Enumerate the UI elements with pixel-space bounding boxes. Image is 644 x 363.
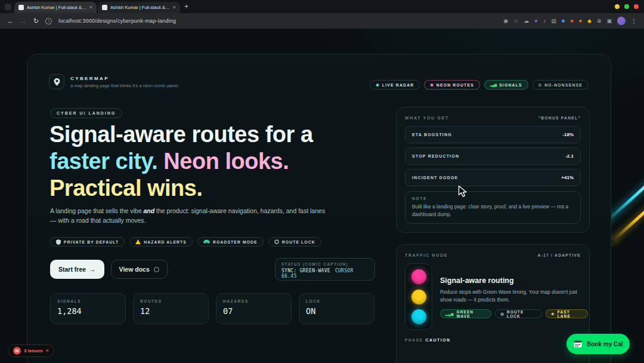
reload-icon[interactable]: ↻ (33, 18, 39, 24)
tab-close-icon[interactable]: × (89, 5, 92, 10)
route-dot-icon: ◉ (430, 83, 434, 87)
row-value: +41% (561, 175, 574, 180)
cta-row: Start free → View docs (50, 260, 168, 279)
row-eta-boosting[interactable]: ETA BOOSTING -18% (405, 126, 581, 143)
traffic-light-housing (405, 263, 432, 330)
pill-label: FAST LANE (558, 310, 583, 318)
panel-header: WHAT YOU GET “BONUS PANEL” (405, 116, 581, 120)
star-icon: ★ (551, 312, 555, 316)
phase-label: PHASE (405, 338, 423, 342)
dev-issues-badge[interactable]: N 3 Issues × (8, 344, 54, 357)
pill-route-lock-2: ◎ ROUTE LOCK (495, 309, 541, 318)
book-cal-label: Book my Cal (587, 341, 623, 347)
stat-label: HAZARDS (223, 299, 284, 303)
feature-pills: PRIVATE BY DEFAULT HAZARD ALERTS ROADSTE… (50, 237, 321, 247)
panel-header: TRAFFIC NODE A-17 / ADAPTIVE (405, 253, 581, 257)
row-incident-dodge[interactable]: INCIDENT DODGE +41% (405, 169, 581, 186)
panel-title: TRAFFIC NODE (405, 253, 448, 257)
red-extension-icon[interactable]: ■ (570, 19, 573, 24)
stat-value: 1,284 (57, 306, 119, 316)
badge-label: NO-NONSENSE (544, 83, 583, 87)
what-you-get-panel: WHAT YOU GET “BONUS PANEL” ETA BOOSTING … (396, 107, 590, 233)
traffic-pills: ▂▄▆ GREEN WAVE ◎ ROUTE LOCK ★ FAST LANE (440, 309, 588, 318)
hero-headline: Signal-aware routes for a faster city. N… (49, 121, 401, 202)
stat-value: 12 (140, 306, 202, 316)
stat-hazards: HAZARDS 07 (216, 293, 292, 324)
radar-dot-icon: ◉ (376, 83, 379, 87)
row-label: STOP REDUCTION (412, 154, 459, 158)
hazard-icon (135, 239, 141, 244)
extensions-puzzle-icon[interactable]: ▣ (606, 19, 612, 24)
tab-favicon (102, 5, 107, 10)
address-bar: ← → ↻ i localhost:3000/designs/cyberpunk… (0, 13, 644, 29)
blue-extension-icon[interactable]: ■ (562, 19, 565, 24)
view-docs-button[interactable]: View docs (111, 260, 168, 279)
music-extension-icon[interactable]: ♪ (543, 19, 546, 24)
stat-lock: LOCK ON (299, 293, 374, 324)
pill-route-lock: ROUTE LOCK (268, 237, 321, 247)
map-pin-logo (49, 74, 64, 90)
page-viewport: CYBERMAP a map landing page that thinks … (0, 29, 644, 363)
passwords-icon[interactable]: ◉ (503, 19, 508, 24)
note-box: NOTE Built like a landing page: clear st… (405, 191, 581, 224)
cloud-extension-icon[interactable]: ☁ (524, 19, 529, 24)
lock-ring-icon: ◎ (500, 312, 504, 316)
window-controls (615, 4, 639, 9)
docs-extension-icon[interactable]: ▤ (551, 19, 556, 24)
headline-line1: Signal-aware routes for a (49, 122, 313, 147)
map-pin-icon (54, 78, 60, 86)
brand-tagline: a map landing page that thinks it's a ne… (70, 83, 178, 88)
stat-signals: SIGNALS 1,284 (50, 293, 126, 324)
new-tab-button[interactable]: + (184, 2, 188, 11)
purple-extension-icon[interactable]: ● (534, 19, 537, 24)
browser-menu-icon[interactable]: ⋮ (631, 18, 637, 24)
bookmark-star-icon[interactable]: ☆ (513, 19, 518, 24)
pill-label: HAZARD ALERTS (144, 240, 187, 244)
site-info-icon[interactable]: i (45, 18, 52, 24)
signal-bars-icon: ▂▄▆ (445, 312, 454, 316)
browser-tab-2[interactable]: Ashish Kumar | Full-stack & M × (98, 2, 180, 13)
close-window-button[interactable] (634, 4, 639, 9)
tab-close-icon[interactable]: × (173, 5, 176, 10)
traffic-light-magenta (411, 269, 426, 284)
row-stop-reduction[interactable]: STOP REDUCTION -2.1 (405, 147, 581, 165)
dismiss-issues-icon[interactable]: × (46, 348, 49, 353)
stat-routes: ROUTES 12 (133, 293, 209, 324)
minimize-button[interactable] (615, 4, 620, 9)
header-badges: ◉ LIVE RADAR ◉ NEON ROUTES ▂▄▆ SIGNALS ◎… (370, 80, 589, 90)
badge-no-nonsense: ◎ NO-NONSENSE (532, 80, 589, 90)
traffic-content: Signal-aware routing Reduce stops with G… (405, 263, 581, 330)
row-label: ETA BOOSTING (412, 133, 452, 137)
row-value: -2.1 (565, 153, 574, 159)
forward-icon[interactable]: → (20, 18, 27, 24)
panel-title: WHAT YOU GET (405, 116, 449, 120)
stats-row: SIGNALS 1,284 ROUTES 12 HAZARDS 07 LOCK … (50, 293, 374, 324)
start-free-button[interactable]: Start free → (50, 260, 104, 279)
badge-live-radar: ◉ LIVE RADAR (370, 80, 420, 90)
badge-label: SIGNALS (499, 83, 522, 87)
spark-extension-icon[interactable]: ◆ (587, 19, 592, 24)
headline-cyan: faster city. (49, 149, 157, 174)
pill-label: ROUTE LOCK (282, 240, 315, 244)
pill-hazard-alerts: HAZARD ALERTS (129, 237, 193, 247)
badge-label: LIVE RADAR (382, 83, 414, 87)
note-text: Built like a landing page: clear story, … (412, 203, 574, 219)
badge-signals: ▂▄▆ SIGNALS (484, 80, 528, 90)
profile-avatar[interactable] (617, 17, 626, 25)
brand-name: CYBERMAP (70, 76, 178, 81)
maximize-button[interactable] (624, 4, 629, 9)
tab-search-icon[interactable] (5, 4, 11, 10)
browser-tab-1[interactable]: Ashish Kumar | Full-stack & M × (14, 2, 97, 13)
stat-label: LOCK (306, 299, 367, 303)
globe-extension-icon[interactable]: ⊕ (597, 19, 602, 24)
tab-favicon (18, 5, 24, 10)
url-text[interactable]: localhost:3000/designs/cyberpunk-map-lan… (58, 18, 176, 24)
pill-label: ROADSTER MODE (213, 240, 258, 244)
back-icon[interactable]: ← (7, 18, 14, 24)
book-cal-button[interactable]: Book my Cal (566, 334, 630, 354)
pill-private-by-default: PRIVATE BY DEFAULT (50, 237, 125, 247)
orange-extension-icon[interactable]: ● (579, 19, 582, 24)
benefit-rows: ETA BOOSTING -18% STOP REDUCTION -2.1 IN… (405, 126, 581, 186)
pill-label: PRIVATE BY DEFAULT (64, 240, 119, 244)
badge-neon-routes: ◉ NEON ROUTES (424, 80, 480, 90)
